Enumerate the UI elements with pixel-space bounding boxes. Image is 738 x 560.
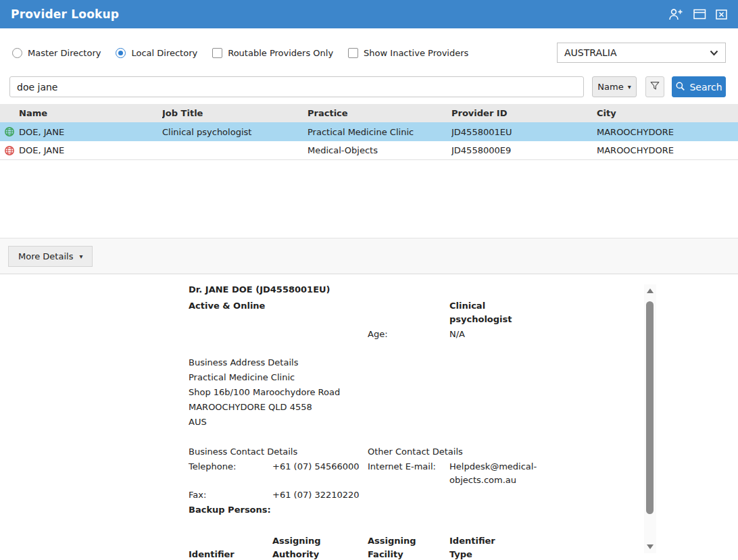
window-title: Provider Lookup (11, 7, 119, 21)
search-input[interactable] (9, 76, 584, 97)
address-heading: Business Address Details (189, 356, 449, 370)
checkbox-icon[interactable] (212, 48, 222, 58)
checkbox-show-inactive-label: Show Inactive Providers (364, 48, 468, 58)
table-row[interactable]: DOE, JANE Medical-Objects JD4558000E9 MA… (0, 141, 738, 160)
country-select-value: AUSTRALIA (564, 47, 617, 58)
scroll-up-icon[interactable] (647, 288, 654, 293)
caret-down-icon: ▾ (628, 84, 631, 91)
close-icon[interactable] (716, 9, 727, 20)
age-value: N/A (449, 328, 544, 341)
search-row: Name ▾ Search (9, 76, 726, 97)
details-scrollbar[interactable] (644, 284, 656, 553)
provider-details-panel: Dr. JANE DOE (JD4558001EU) Active & Onli… (0, 274, 738, 560)
identifier-column-header: Identifier (189, 548, 272, 560)
table-row[interactable]: DOE, JANE Clinical psychologist Practica… (0, 122, 738, 141)
business-contact-heading: Business Contact Details (189, 445, 368, 459)
provider-details-title: Dr. JANE DOE (JD4558001EU) (189, 283, 544, 297)
chevron-down-icon (710, 50, 718, 56)
details-toolbar: More Details ▾ (0, 238, 738, 274)
country-select[interactable]: AUSTRALIA (557, 43, 726, 63)
radio-local-directory[interactable]: Local Directory (116, 48, 197, 58)
assigning-facility-column-header: Assigning Facility (368, 534, 423, 560)
search-icon (675, 81, 685, 93)
radio-master-directory-label: Master Directory (28, 48, 101, 58)
row-name: DOE, JANE (19, 145, 162, 155)
row-practice: Medical-Objects (308, 145, 451, 155)
fax-value: +61 (07) 32210220 (272, 488, 368, 502)
results-table: Name Job Title Practice Provider ID City… (0, 104, 738, 160)
filter-button[interactable] (645, 76, 664, 97)
assigning-authority-column-header: Assigning Authority (272, 534, 328, 560)
provider-status: Active & Online (189, 299, 368, 313)
radio-local-directory-label: Local Directory (131, 48, 197, 58)
restore-window-icon[interactable] (693, 9, 706, 20)
more-details-button[interactable]: More Details ▾ (8, 246, 93, 267)
search-button-label: Search (689, 82, 722, 93)
checkbox-show-inactive[interactable]: Show Inactive Providers (348, 48, 468, 58)
row-job-title: Clinical psychologist (162, 127, 308, 137)
table-header: Name Job Title Practice Provider ID City (0, 104, 738, 122)
globe-online-icon (4, 126, 15, 137)
checkbox-routable-providers-label: Routable Providers Only (228, 48, 333, 58)
globe-offline-icon (4, 145, 15, 156)
address-line: AUS (189, 415, 449, 429)
search-field-selector-button[interactable]: Name ▾ (592, 76, 637, 97)
column-header-provider-id[interactable]: Provider ID (451, 108, 597, 118)
row-city: MAROOCHYDORE (597, 127, 738, 137)
email-value: Helpdesk@medical-objects.com.au (449, 460, 544, 487)
age-label: Age: (368, 328, 449, 341)
other-contact-heading: Other Contact Details (368, 445, 544, 459)
telephone-label: Telephone: (189, 460, 272, 474)
radio-icon[interactable] (12, 48, 22, 58)
checkbox-icon[interactable] (348, 48, 358, 58)
fax-label: Fax: (189, 488, 272, 502)
empty-results-area (0, 160, 738, 238)
backup-persons-label: Backup Persons: (189, 503, 368, 517)
telephone-value: +61 (07) 54566000 (272, 460, 368, 474)
caret-down-icon: ▾ (79, 253, 82, 260)
row-name: DOE, JANE (19, 127, 162, 137)
row-provider-id: JD4558000E9 (451, 145, 597, 155)
funnel-icon (649, 80, 661, 95)
radio-icon[interactable] (116, 48, 126, 58)
search-field-selector-label: Name (597, 82, 623, 92)
scroll-down-icon[interactable] (647, 544, 654, 549)
scrollbar-thumb[interactable] (646, 301, 654, 514)
column-header-job-title[interactable]: Job Title (162, 108, 308, 118)
identifier-type-column-header: Identifier Type (449, 534, 505, 560)
search-button[interactable]: Search (672, 76, 726, 97)
row-provider-id: JD4558001EU (451, 127, 597, 137)
title-bar: Provider Lookup (0, 0, 738, 28)
provider-job-title: Clinical psychologist (449, 299, 544, 326)
address-line: MAROOCHYDORE QLD 4558 (189, 401, 449, 414)
checkbox-routable-providers[interactable]: Routable Providers Only (212, 48, 333, 58)
row-city: MAROOCHYDORE (597, 145, 738, 155)
row-practice: Practical Medicine Clinic (308, 127, 451, 137)
address-line: Shop 16b/100 Maroochydore Road (189, 386, 449, 399)
column-header-name[interactable]: Name (19, 108, 162, 118)
address-line: Practical Medicine Clinic (189, 371, 449, 384)
filter-row: Master Directory Local Directory Routabl… (0, 28, 738, 68)
column-header-practice[interactable]: Practice (308, 108, 451, 118)
more-details-label: More Details (18, 251, 73, 261)
add-contact-icon[interactable] (668, 7, 684, 21)
email-label: Internet E-mail: (368, 460, 449, 474)
radio-master-directory[interactable]: Master Directory (12, 48, 101, 58)
column-header-city[interactable]: City (597, 108, 738, 118)
